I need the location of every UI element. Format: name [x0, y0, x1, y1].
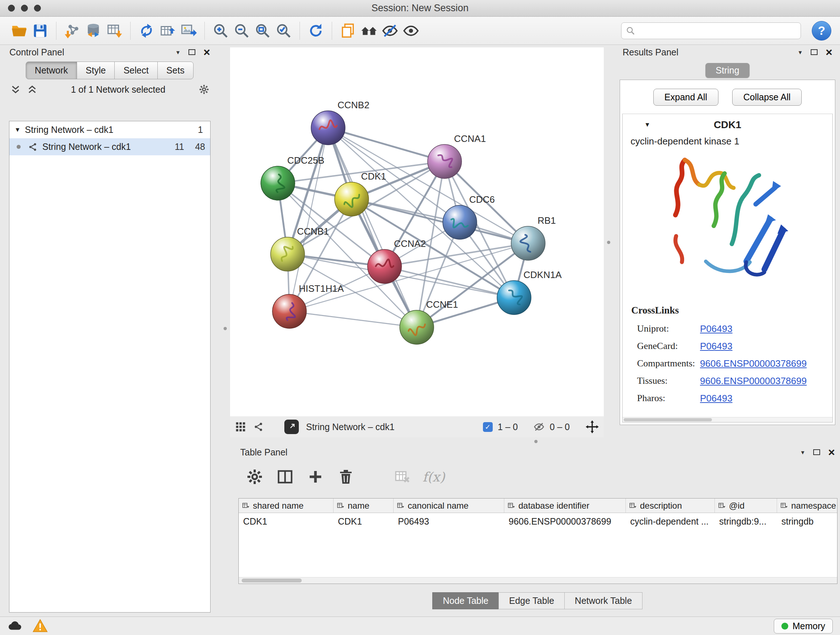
refresh-view-button[interactable] — [305, 20, 326, 41]
table-cell[interactable]: stringdb:9... — [715, 513, 777, 529]
function-builder-button[interactable]: f(x) — [423, 470, 445, 485]
home-views-button[interactable] — [358, 20, 379, 41]
tab-edge-table[interactable]: Edge Table — [499, 592, 565, 609]
tab-select[interactable]: Select — [114, 62, 157, 79]
tab-sets[interactable]: Sets — [157, 62, 194, 79]
open-session-button[interactable] — [9, 20, 30, 41]
network-node-CDKN1A[interactable] — [497, 280, 531, 315]
zoom-in-button[interactable] — [210, 20, 231, 41]
table-cell[interactable]: cyclin-dependent ... — [626, 513, 715, 529]
memory-button[interactable]: Memory — [774, 619, 833, 633]
open-view-in-window-button[interactable] — [284, 420, 299, 434]
import-network-database-button[interactable] — [83, 20, 104, 41]
panel-splitter-handle[interactable] — [607, 241, 610, 244]
cloud-status-button[interactable] — [7, 618, 22, 633]
tab-node-table[interactable]: Node Table — [432, 592, 499, 609]
column-header-shared-name[interactable]: shared name — [239, 499, 333, 513]
table-horizontal-scrollbar[interactable] — [239, 577, 837, 584]
network-edge-CDK1-RB1[interactable] — [352, 199, 528, 243]
tab-network-table[interactable]: Network Table — [564, 592, 643, 609]
network-edge-CCNB2-CCNE1[interactable] — [328, 128, 417, 327]
column-header--id[interactable]: @id — [715, 499, 777, 513]
column-header-namespace[interactable]: namespace — [777, 499, 837, 513]
import-table-button[interactable] — [104, 20, 125, 41]
selected-checkbox-icon[interactable]: ✓ — [483, 422, 493, 432]
gear-icon[interactable] — [199, 84, 210, 95]
results-horizontal-scrollbar[interactable] — [622, 417, 832, 422]
crosslink-value-link[interactable]: 9606.ENSP00000378699 — [700, 358, 807, 369]
expand-arrow-icon[interactable]: ▼ — [14, 126, 21, 134]
show-all-button[interactable] — [401, 20, 422, 41]
network-graph[interactable]: CCNB2CCNA1CDC25BCDK1CDC6RB1CCNB1CCNA2CDK… — [230, 48, 604, 416]
network-collection-row[interactable]: ▼ String Network – cdk1 1 — [9, 121, 210, 138]
panel-float-icon[interactable] — [811, 49, 818, 55]
table-settings-button[interactable] — [245, 467, 265, 487]
table-row[interactable]: CDK1CDK1P064939606.ENSP00000378699cyclin… — [239, 513, 837, 529]
help-button[interactable]: ? — [812, 21, 831, 41]
panel-menu-icon[interactable]: ▼ — [797, 49, 803, 55]
panel-menu-icon[interactable]: ▼ — [800, 449, 805, 455]
table-cell[interactable]: CDK1 — [333, 513, 393, 529]
show-columns-button[interactable] — [275, 467, 295, 487]
network-node-CCNE1[interactable] — [400, 310, 434, 344]
delete-table-button[interactable] — [392, 467, 412, 487]
crosslink-value-link[interactable]: P06493 — [700, 323, 733, 334]
panel-float-icon[interactable] — [813, 449, 820, 455]
panel-close-icon[interactable]: × — [826, 46, 832, 58]
table-cell[interactable]: CDK1 — [239, 513, 333, 529]
export-image-button[interactable] — [178, 20, 199, 41]
collapse-all-tree-icon[interactable] — [27, 84, 38, 95]
tab-style[interactable]: Style — [77, 62, 115, 79]
search-box[interactable] — [621, 22, 801, 39]
save-session-button[interactable] — [30, 20, 51, 41]
import-network-file-button[interactable] — [62, 20, 83, 41]
collapse-arrow-icon[interactable]: ▼ — [644, 121, 651, 128]
crosslink-value-link[interactable]: P06493 — [700, 393, 733, 404]
network-node-HIST1H1A[interactable] — [272, 295, 306, 328]
network-merge-button[interactable] — [136, 20, 157, 41]
tab-network[interactable]: Network — [26, 62, 77, 79]
delete-column-button[interactable] — [336, 467, 356, 487]
zoom-out-button[interactable] — [231, 20, 252, 41]
crosslink-value-link[interactable]: 9606.ENSP00000378699 — [700, 375, 807, 386]
string-network-icon[interactable] — [253, 421, 264, 432]
network-node-CDC6[interactable] — [443, 205, 477, 239]
duplicate-document-button[interactable] — [338, 20, 358, 41]
network-node-CCNA1[interactable] — [428, 144, 462, 179]
network-row[interactable]: String Network – cdk1 11 48 — [9, 138, 210, 155]
network-node-CCNB2[interactable] — [311, 111, 345, 145]
panel-close-icon[interactable]: × — [203, 46, 210, 58]
birdseye-view-icon[interactable] — [235, 421, 246, 432]
create-column-button[interactable] — [305, 467, 325, 487]
column-header-canonical-name[interactable]: canonical name — [393, 499, 504, 513]
pan-crosshair-icon[interactable] — [586, 420, 599, 433]
collapse-all-button[interactable]: Collapse All — [732, 89, 802, 106]
network-node-CDK1[interactable] — [335, 182, 369, 216]
expand-all-tree-icon[interactable] — [10, 84, 21, 95]
warnings-button[interactable] — [33, 618, 48, 633]
zoom-fit-button[interactable] — [252, 20, 273, 41]
hidden-eye-icon[interactable] — [534, 421, 545, 432]
network-node-CCNB1[interactable] — [271, 237, 305, 271]
close-window-button[interactable] — [8, 5, 15, 11]
protein-section-header[interactable]: ▼ CDK1 — [622, 114, 832, 136]
maximize-window-button[interactable] — [34, 5, 41, 11]
crosslink-value-link[interactable]: P06493 — [700, 340, 733, 352]
table-cell[interactable]: P06493 — [393, 513, 504, 529]
panel-close-icon[interactable]: × — [828, 447, 835, 458]
panel-menu-icon[interactable]: ▼ — [175, 49, 180, 55]
panel-splitter-handle[interactable] — [224, 327, 227, 330]
column-header-name[interactable]: name — [333, 499, 393, 513]
network-node-RB1[interactable] — [511, 226, 545, 260]
table-cell[interactable]: stringdb — [777, 513, 837, 529]
panel-float-icon[interactable] — [188, 49, 195, 55]
column-header-database-identifier[interactable]: database identifier — [504, 499, 626, 513]
expand-all-button[interactable]: Expand All — [653, 89, 718, 106]
scrollbar-thumb[interactable] — [242, 578, 302, 583]
network-canvas[interactable]: CCNB2CCNA1CDC25BCDK1CDC6RB1CCNB1CCNA2CDK… — [230, 48, 604, 416]
network-edge-HIST1H1A-CCNE1[interactable] — [289, 311, 417, 327]
network-node-CDC25B[interactable] — [261, 166, 295, 200]
minimize-window-button[interactable] — [21, 5, 28, 11]
string-tab-badge[interactable]: String — [706, 63, 749, 78]
zoom-selected-button[interactable] — [273, 20, 294, 41]
